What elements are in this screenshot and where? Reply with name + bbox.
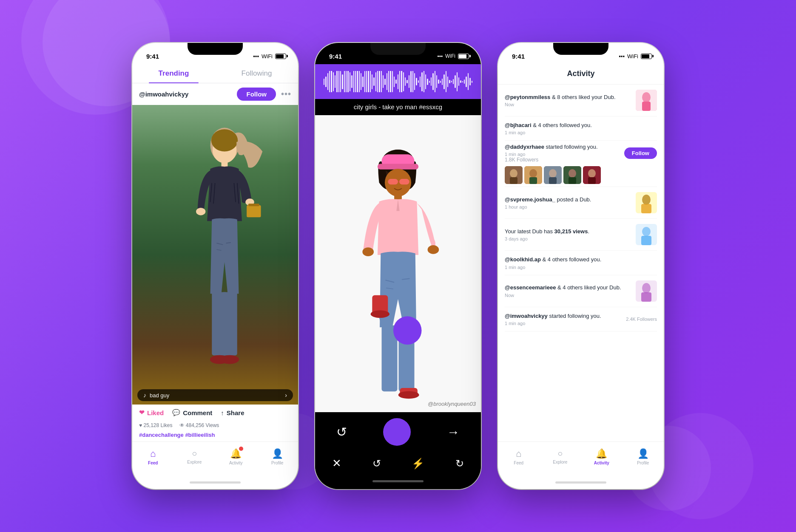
activity-text-5: Your latest Dub has 30,215 views.	[505, 228, 631, 235]
nav-profile[interactable]: 👤 Profile	[257, 448, 298, 465]
bottom-nav-activity: ⌂ Feed ○ Explore 🔔 Activity 👤 Profile	[498, 441, 664, 475]
song-title-area: city girls - take yo man #essxcg	[315, 99, 481, 115]
activity-text-2: @bjhacari & 4 others followed you.	[505, 122, 657, 129]
liked-button[interactable]: ❤ Liked	[139, 409, 164, 416]
svg-point-47	[529, 169, 537, 178]
svg-rect-25	[399, 179, 409, 184]
svg-point-29	[428, 245, 439, 254]
recording-bottom-icons: ✕ ↺ ⚡ ↻	[315, 452, 481, 477]
follower-avatars	[505, 166, 657, 184]
song-arrow-icon: ›	[285, 392, 287, 399]
home-icon: ⌂	[150, 448, 156, 459]
recording-controls: ↺ →	[315, 412, 481, 452]
timer-icon[interactable]: ↺	[372, 458, 381, 470]
nav-explore[interactable]: ○ Explore	[174, 449, 216, 464]
replay-button[interactable]: ↺	[336, 424, 347, 439]
heart-icon: ❤	[139, 409, 145, 416]
nav-activity[interactable]: 🔔 Activity	[215, 448, 257, 465]
explore-icon: ○	[192, 449, 197, 458]
home-indicator-1	[132, 475, 298, 489]
tab-following[interactable]: Following	[215, 64, 298, 83]
explore-icon-3: ○	[557, 449, 563, 458]
feed-stats: ♥ 25,128 Likes 👁 484,256 Views	[132, 421, 298, 430]
nav-profile-3[interactable]: 👤 Profile	[623, 448, 664, 465]
profile-icon: 👤	[272, 448, 283, 459]
follower-info: @daddyxrhaee started following you. 1 mi…	[505, 143, 657, 163]
music-note-icon: ♪	[143, 392, 146, 399]
activity-time-7: Now	[505, 293, 631, 298]
nav-feed[interactable]: ⌂ Feed	[132, 448, 174, 465]
home-icon-3: ⌂	[516, 448, 521, 459]
feed-bottom-overlay: ♪ bad guy ›	[132, 386, 298, 405]
feed-video-area[interactable]: ♪ bad guy ›	[132, 105, 298, 405]
waveform-visual	[324, 71, 472, 92]
signal-icon-2: ▪▪▪	[437, 53, 443, 59]
nav-explore-label: Explore	[187, 460, 202, 464]
activity-item-2: @bjhacari & 4 others followed you. 1 min…	[505, 116, 657, 141]
activity-text-6: @koolkhid.ap & 4 others followed you.	[505, 256, 657, 263]
nav-activity-3[interactable]: 🔔 Activity	[581, 448, 623, 465]
next-button[interactable]: →	[447, 425, 460, 439]
mini-avatar-1	[505, 166, 523, 184]
status-icons-1: ▪▪▪ WiFi	[253, 53, 286, 59]
share-icon: ↑	[221, 409, 224, 416]
close-icon[interactable]: ✕	[332, 457, 341, 470]
activity-text-area-5: Your latest Dub has 30,215 views. 3 days…	[505, 228, 631, 241]
activity-thumb-7	[636, 280, 657, 302]
song-name: bad guy	[150, 392, 169, 399]
activity-time-6: 1 min ago	[505, 265, 657, 270]
song-bar[interactable]: ♪ bad guy ›	[137, 389, 293, 401]
nav-explore-3[interactable]: ○ Explore	[540, 449, 581, 464]
svg-point-2	[211, 130, 238, 152]
activity-item-8: @imwoahvickyy started following you. 1 m…	[505, 307, 657, 331]
activity-text-3: @daddyxrhaee started following you.	[505, 143, 624, 151]
recording-figure	[315, 115, 481, 412]
comment-button[interactable]: 💬 Comment	[172, 409, 212, 416]
share-button[interactable]: ↑ Share	[221, 409, 244, 416]
activity-text-area-4: @svpreme.joshua_ posted a Dub. 1 hour ag…	[505, 196, 631, 209]
fashion-person-svg	[178, 120, 271, 405]
svg-point-59	[642, 195, 651, 205]
tab-trending[interactable]: Trending	[132, 64, 215, 83]
flash-icon[interactable]: ⚡	[412, 458, 424, 470]
svg-point-36	[371, 310, 389, 318]
svg-point-50	[549, 169, 557, 178]
activity-item-6: @koolkhid.ap & 4 others followed you. 1 …	[505, 251, 657, 275]
status-time-1: 9:41	[146, 53, 159, 60]
activity-text-8: @imwoahvickyy started following you.	[505, 312, 622, 320]
flip-camera-icon[interactable]: ↻	[455, 458, 464, 470]
svg-point-65	[642, 283, 651, 293]
likes-count: ♥ 25,128 Likes	[139, 422, 173, 428]
signal-icon-1: ▪▪▪	[253, 53, 259, 59]
status-icons-3: ▪▪▪ WiFi	[619, 53, 652, 59]
activity-screen: Activity @peytonmmiless & 8 others liked…	[498, 64, 664, 489]
svg-rect-54	[569, 177, 576, 184]
activity-time-1: Now	[505, 102, 631, 107]
bottom-nav-feed: ⌂ Feed ○ Explore 🔔 Activity 👤 Profile	[132, 441, 298, 475]
mini-avatar-5	[583, 166, 601, 184]
profile-icon-3: 👤	[637, 448, 649, 459]
follow-button[interactable]: Follow	[237, 88, 276, 101]
phone-recording: 9:41 ▪▪▪ WiFi city girls - take yo man #…	[315, 43, 481, 489]
more-options-button[interactable]: •••	[281, 89, 291, 99]
waveform-bar	[315, 64, 481, 99]
svg-point-56	[588, 169, 596, 178]
svg-rect-45	[510, 177, 517, 184]
followers-count-3: 1.8K Followers	[505, 157, 624, 163]
record-button[interactable]	[383, 418, 411, 446]
nav-feed-3[interactable]: ⌂ Feed	[498, 448, 540, 465]
nav-activity-label: Activity	[229, 461, 243, 465]
feed-screen: Trending Following @imwoahvickyy Follow …	[132, 64, 298, 489]
feed-tags[interactable]: #dancechallenge #billieeilish	[132, 430, 298, 441]
feed-photo-sim	[132, 105, 298, 405]
activity-text-area-7: @essenceemarieee & 4 others liked your D…	[505, 284, 631, 297]
phone-activity: 9:41 ▪▪▪ WiFi Activity @peytonmmiless & …	[498, 43, 664, 489]
activity-text-7: @essenceemarieee & 4 others liked your D…	[505, 284, 631, 291]
nav-explore-label-3: Explore	[553, 460, 567, 464]
comment-label: Comment	[183, 409, 212, 416]
follow-button-3[interactable]: Follow	[624, 147, 657, 159]
feed-user-row: @imwoahvickyy Follow •••	[132, 83, 298, 105]
mini-avatar-3	[544, 166, 562, 184]
battery-icon-3	[641, 54, 652, 59]
svg-rect-51	[549, 177, 557, 184]
